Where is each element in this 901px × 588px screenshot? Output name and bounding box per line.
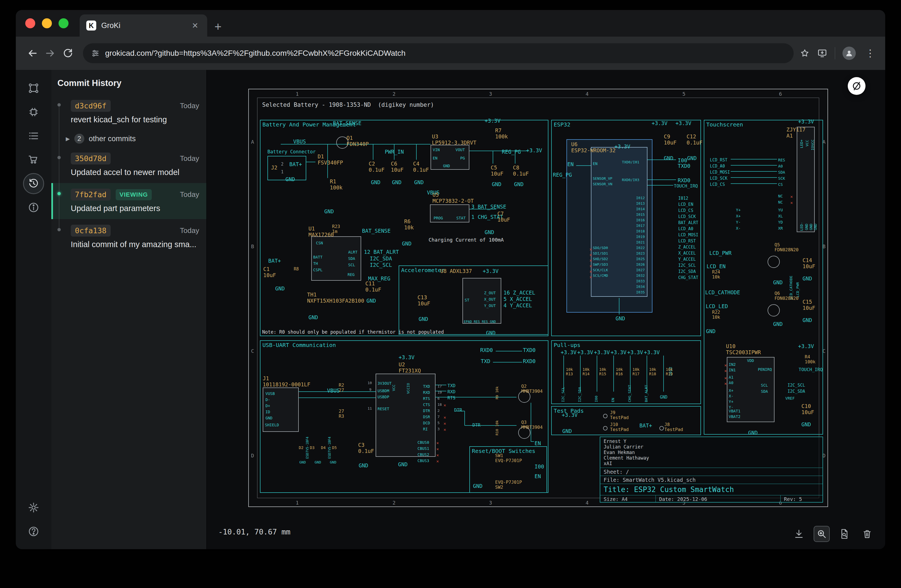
address-bar[interactable]: grokicad.com/?github=https%3A%2F%2Fgithu… [83,43,793,63]
schematic-label: +3.3V [485,118,500,124]
schematic-label: Q6 FDN028N20 [775,291,799,301]
minimize-window-button[interactable] [42,18,52,28]
no-connect-marker: ✕ [724,363,727,368]
forward-button[interactable] [41,44,59,62]
schematic-label: TXD0 [523,347,536,353]
schematic-label: GND [773,321,783,327]
rail-item-help[interactable] [23,521,44,542]
delete-button[interactable] [859,526,875,542]
schematic-label: D3 [310,445,315,450]
schematic-label: I00 [535,464,544,470]
schematic-label: 3V3OUT [377,381,392,385]
page-preview-button[interactable] [836,526,853,542]
schematic-label: CBUS0 CBUS1 CBUS2 CBUS3 [418,439,429,464]
schematic-label: Y+ X+ Y- X- [736,207,740,231]
schematic-label: GND [398,462,407,468]
title-block-name: xAI [603,461,819,466]
schematic-label: R8 [294,267,299,271]
download-button[interactable] [791,526,807,542]
no-connect-marker: ✕ [589,264,592,268]
schematic-label: BAT+ [639,423,652,429]
commit-item[interactable]: d3cd96fTodayrevert kicad_sch for testing [51,94,206,130]
schematic-label: BATT TH CSPL [313,254,323,273]
history-icon [28,178,40,190]
schematic-label: 11 [368,407,372,411]
rail-item-history[interactable] [23,173,44,194]
back-icon [27,48,38,59]
install-app-icon[interactable] [817,48,828,59]
schematic-label: J2 [271,165,277,171]
schematic-label: REG_PG [553,172,572,178]
schematic-label: I2C_SCL I2C_SDA [787,382,805,395]
schematic-label: C1 10uF [263,266,276,278]
rail-item-footprint[interactable] [23,101,44,123]
profile-avatar[interactable] [842,47,856,60]
commit-date: Today [180,226,199,235]
no-connect-marker: ✕ [790,194,793,199]
rail-item-settings[interactable] [23,497,44,518]
zoom-fit-button[interactable] [814,526,830,542]
schematic-label: GND [773,279,783,286]
schematic-canvas[interactable]: Selected Battery - 1908-1353-ND (digikey… [207,70,885,549]
frame-col-top: 6 [779,91,782,97]
new-tab-button[interactable]: + [214,20,221,33]
commit-message: revert kicad_sch for testing [71,115,199,124]
tab-close-icon[interactable]: ✕ [190,20,201,31]
rail-item-bom[interactable] [23,125,44,147]
commit-item[interactable]: 7fb2fadVIEWINGTodayUpdated part paramete… [51,183,206,219]
commit-item[interactable]: 0cfa138TodayInitial commit of my amazing… [51,219,206,255]
schematic-label: GND [814,224,818,230]
schematic-label: GND [473,483,482,489]
schematic-label: TXD0/I01 [622,160,639,164]
url-text[interactable]: grokicad.com/?github=https%3A%2F%2Fgithu… [105,49,405,58]
commit-message: Initial commit of my amazing sma... [71,240,199,249]
rail-item-cart[interactable] [23,149,44,170]
schematic-label: BAT_SENSE [333,120,362,126]
schematic-label: IOVCC [811,139,815,150]
toolbar-right: ⋮ [800,47,878,60]
schematic-label: REG_PG [502,149,521,155]
back-button[interactable] [23,44,41,62]
schematic-label: C12 0.1uF [687,134,702,146]
grok-logo-button[interactable] [848,77,865,95]
commit-item[interactable]: 350d78dTodayUpdated accel to newer model [51,147,206,183]
rail-item-info[interactable] [23,197,44,218]
schematic-label: LCD_PWR [709,250,731,256]
other-commits-toggle[interactable]: ▶2other commits [51,130,206,147]
commit-head: 7fb2fadVIEWINGToday [71,189,199,201]
schematic-label: GND [664,155,673,161]
schematic-label: VCCIO [406,383,410,394]
schematic-label: GND [687,155,697,161]
schematic-label: +3.3V [526,148,542,154]
tune-icon [91,49,100,58]
schematic-label: TXD [447,383,455,388]
schematic-label: +3.3V [627,349,643,356]
browser-tab[interactable]: K GroKi ✕ [80,14,207,37]
grok-slash-circle-icon [851,80,862,92]
schematic-label: GND [748,430,758,436]
schematic-label: R2 27 [339,383,344,393]
schematic-box [768,256,780,268]
section-title: Touchscreen [706,121,743,128]
schematic-label: RXD0 [678,178,691,184]
schematic-label: EN [611,398,615,402]
reload-button[interactable] [59,44,77,62]
schematic-label: PWR_IN [385,149,404,155]
commit-head: d3cd96fToday [71,100,199,112]
schematic-label: Q3 MMBT3904 [521,420,542,430]
schematic-box [603,414,608,418]
schematic-label: EN [535,440,541,446]
schematic-label: R6 10k [404,218,414,231]
bookmark-star-icon[interactable] [800,48,810,58]
schematic-label: RXD0 [480,347,493,353]
rail-item-schematic[interactable] [23,78,44,99]
maximize-window-button[interactable] [59,18,69,28]
close-window-button[interactable] [25,18,35,28]
browser-menu-button[interactable]: ⋮ [863,47,878,59]
schematic-label: R24 10k [712,270,720,280]
schematic-label: 10k R16 [616,367,623,376]
commit-head: 350d78dToday [71,153,199,164]
schematic-label: C5 10uF [491,165,504,177]
schematic-label: TXD [481,358,490,365]
traffic-lights [25,10,69,37]
